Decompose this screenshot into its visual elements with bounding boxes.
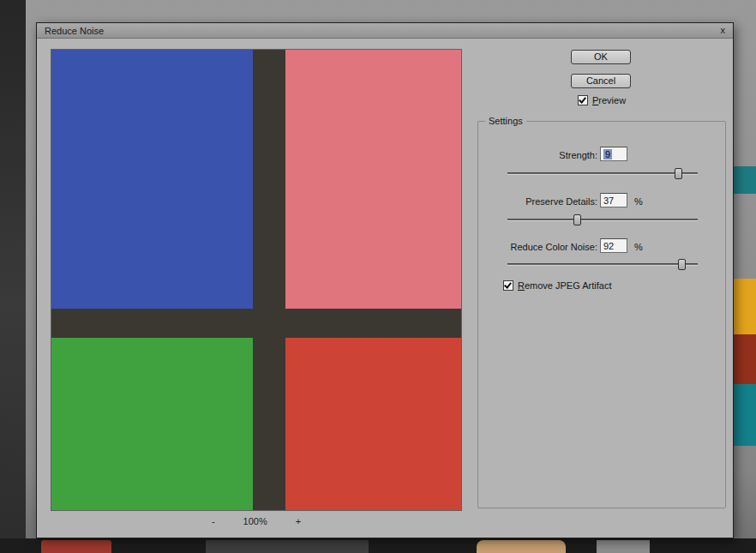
check-icon xyxy=(579,95,586,103)
reduce-color-noise-value: 92 xyxy=(603,241,614,251)
background-photo-bottom xyxy=(0,538,756,553)
strength-value: 9 xyxy=(603,149,612,159)
preview-checkbox[interactable]: Preview xyxy=(578,95,626,105)
dialog-titlebar[interactable]: Reduce Noise x xyxy=(37,23,733,39)
background-color-chip-rust xyxy=(734,334,756,384)
zoom-in-button[interactable]: + xyxy=(293,516,303,526)
remove-jpeg-artifact-checkbox-box[interactable] xyxy=(503,280,513,291)
preserve-details-slider[interactable] xyxy=(507,213,698,226)
reduce-color-noise-slider-handle[interactable] xyxy=(678,259,686,270)
preserve-details-slider-handle[interactable] xyxy=(573,214,581,225)
preview-quadrant-green xyxy=(51,326,268,510)
background-color-chip-teal-bottom xyxy=(734,384,756,446)
strength-slider[interactable] xyxy=(507,167,698,180)
check-icon xyxy=(504,280,512,288)
reduce-color-noise-unit: % xyxy=(634,242,643,252)
screen: Reduce Noise x - 100% + OK Cancel Previe… xyxy=(0,0,756,553)
preserve-details-unit: % xyxy=(634,196,643,207)
preserve-details-slider-track[interactable] xyxy=(507,219,698,221)
settings-group-label: Settings xyxy=(485,116,526,126)
preview-quadrant-blue xyxy=(51,50,268,326)
zoom-out-button[interactable]: - xyxy=(209,516,218,526)
preview-cross-bar-horizontal xyxy=(51,309,461,338)
preserve-details-value: 37 xyxy=(603,195,614,206)
preview-cross-bar-vertical xyxy=(253,50,285,510)
preserve-details-input[interactable]: 37 xyxy=(600,193,627,207)
settings-group: Settings Strength: 9 Preserve Details: 3… xyxy=(477,121,726,508)
reduce-noise-dialog: Reduce Noise x - 100% + OK Cancel Previe… xyxy=(36,22,734,538)
reduce-color-noise-label: Reduce Color Noise: xyxy=(478,242,597,252)
reduce-color-noise-slider[interactable] xyxy=(507,258,698,271)
background-red-object xyxy=(41,540,111,553)
close-icon[interactable]: x xyxy=(721,26,726,35)
cancel-button[interactable]: Cancel xyxy=(571,74,631,88)
preserve-details-label: Preserve Details: xyxy=(478,196,597,207)
zoom-level: 100% xyxy=(243,516,267,526)
strength-slider-track[interactable] xyxy=(507,172,698,175)
reduce-color-noise-slider-track[interactable] xyxy=(507,263,698,266)
background-gray-object-2 xyxy=(597,540,650,553)
background-photo-left xyxy=(0,0,26,553)
preview-quadrant-pink xyxy=(268,50,461,326)
dialog-title: Reduce Noise xyxy=(45,26,104,36)
strength-label: Strength: xyxy=(478,150,597,160)
background-color-chip-teal-top xyxy=(734,166,756,194)
zoom-controls: - 100% + xyxy=(51,516,462,526)
preview-checkbox-box[interactable] xyxy=(578,95,588,105)
strength-slider-handle[interactable] xyxy=(675,168,682,179)
preview-checkbox-label: Preview xyxy=(592,95,626,105)
reduce-color-noise-input[interactable]: 92 xyxy=(600,238,627,253)
remove-jpeg-artifact-label: Remove JPEG Artifact xyxy=(518,280,611,291)
ok-button[interactable]: OK xyxy=(571,50,631,64)
background-gray-object xyxy=(206,540,369,553)
image-preview[interactable] xyxy=(51,49,462,511)
background-color-chip-yellow xyxy=(734,279,756,334)
background-hair-object xyxy=(477,540,566,553)
strength-input[interactable]: 9 xyxy=(600,147,627,161)
preview-quadrant-red xyxy=(268,326,461,510)
remove-jpeg-artifact-checkbox[interactable]: Remove JPEG Artifact xyxy=(503,280,611,291)
